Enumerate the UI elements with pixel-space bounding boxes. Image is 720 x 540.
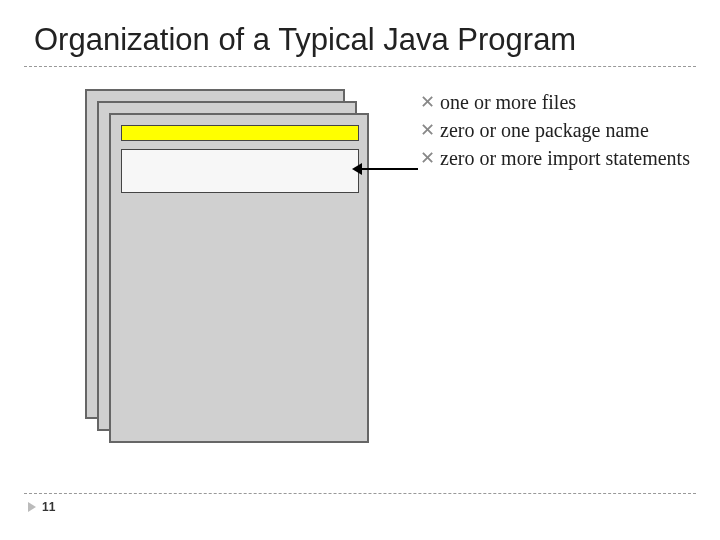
bullet-text: zero or one package name [440,117,649,143]
divider-bottom [24,493,696,494]
file-box-front [109,113,369,443]
page-number: 11 [42,500,55,514]
bullet-icon: ✕ [420,89,440,115]
bullet-text: zero or more import statements [440,145,690,171]
bullet-text: one or more files [440,89,576,115]
bullet-list: ✕ one or more files ✕ zero or one packag… [420,89,700,173]
list-item: ✕ zero or more import statements [420,145,700,171]
footer: 11 [24,493,696,514]
file-stack [85,89,370,444]
import-block-highlight [121,149,359,193]
package-line-highlight [121,125,359,141]
arrow-head-icon [352,163,362,175]
arrow-line [358,168,418,170]
slide-title: Organization of a Typical Java Program [0,0,720,66]
content-area: ✕ one or more files ✕ zero or one packag… [0,67,720,467]
bullet-icon: ✕ [420,145,440,171]
list-item: ✕ zero or one package name [420,117,700,143]
bullet-icon: ✕ [420,117,440,143]
triangle-icon [28,502,36,512]
list-item: ✕ one or more files [420,89,700,115]
page-indicator: 11 [24,500,696,514]
